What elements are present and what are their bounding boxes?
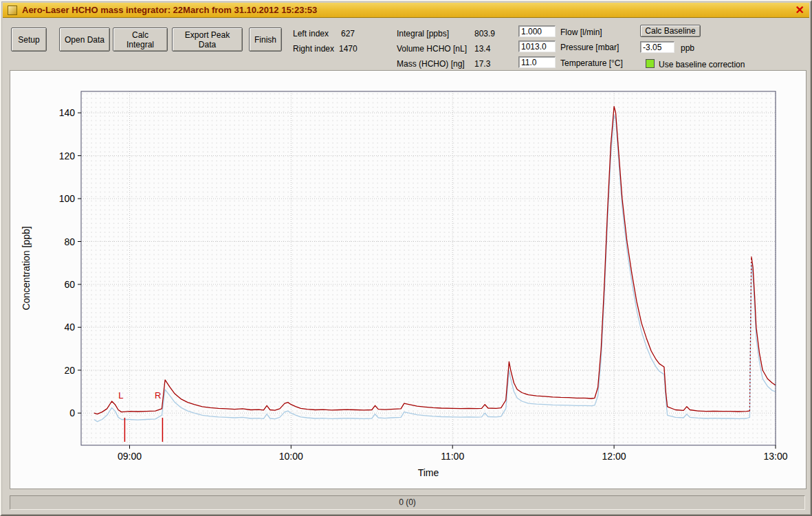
mass-hcho-label: Mass (HCHO) [ng] (397, 59, 465, 69)
svg-text:Concentration [ppb]: Concentration [ppb] (21, 226, 32, 310)
volume-hcho-value: 13.4 (474, 44, 490, 54)
concentration-time-chart[interactable]: LR02040608010012014009:0010:0011:0012:00… (10, 71, 806, 489)
svg-text:R: R (155, 390, 161, 401)
open-data-button[interactable]: Open Data (59, 27, 110, 52)
flow-label: Flow [l/min] (560, 27, 602, 37)
setup-button[interactable]: Setup (11, 27, 47, 52)
finish-button[interactable]: Finish (249, 27, 282, 52)
window-icon (8, 5, 17, 15)
svg-text:10:00: 10:00 (279, 451, 303, 462)
svg-text:20: 20 (64, 365, 75, 376)
svg-text:L: L (118, 390, 123, 401)
svg-text:80: 80 (64, 236, 75, 247)
svg-text:Time: Time (418, 467, 439, 478)
right-index-value: 1470 (339, 44, 358, 54)
baseline-value-input[interactable] (640, 41, 674, 53)
close-icon[interactable]: ✕ (795, 5, 804, 16)
integral-label: Integral [ppbs] (397, 29, 449, 38)
svg-text:11:00: 11:00 (441, 451, 464, 462)
app-window: Aero-Laser HCHO mass integrator: 22March… (0, 0, 812, 516)
svg-text:12:00: 12:00 (602, 451, 626, 462)
pressure-label: Pressure [mbar] (560, 43, 619, 52)
pressure-input[interactable] (518, 41, 556, 52)
status-bar: 0 (0) (10, 495, 805, 510)
calc-baseline-button[interactable]: Calc Baseline (640, 25, 701, 37)
svg-text:60: 60 (64, 279, 75, 290)
svg-text:13:00: 13:00 (763, 451, 787, 462)
baseline-checkbox-label: Use baseline correction (659, 60, 745, 69)
baseline-checkbox[interactable] (646, 59, 655, 68)
left-index-label: Left index (293, 29, 329, 38)
title-bar[interactable]: Aero-Laser HCHO mass integrator: 22March… (3, 3, 809, 18)
svg-text:100: 100 (59, 193, 76, 204)
svg-text:120: 120 (59, 150, 76, 161)
temperature-label: Temperature [°C] (560, 58, 623, 68)
export-peak-data-button[interactable]: Export Peak Data (172, 27, 243, 52)
right-index-label: Right index (293, 44, 334, 54)
baseline-unit-label: ppb (681, 43, 694, 53)
window-title: Aero-Laser HCHO mass integrator: 22March… (22, 5, 317, 15)
svg-text:40: 40 (64, 322, 75, 333)
svg-text:09:00: 09:00 (118, 451, 142, 462)
chart-panel: LR02040608010012014009:0010:0011:0012:00… (10, 70, 806, 489)
svg-text:140: 140 (59, 107, 76, 118)
volume-hcho-label: Volume HCHO [nL] (397, 44, 467, 54)
integral-value: 803.9 (474, 29, 495, 38)
status-text: 0 (0) (399, 497, 416, 507)
flow-input[interactable] (518, 25, 556, 37)
calc-integral-button[interactable]: Calc Integral (113, 27, 168, 52)
svg-text:0: 0 (69, 407, 75, 418)
temperature-input[interactable] (518, 56, 556, 68)
mass-hcho-value: 17.3 (474, 59, 490, 69)
left-index-value: 627 (341, 29, 355, 38)
